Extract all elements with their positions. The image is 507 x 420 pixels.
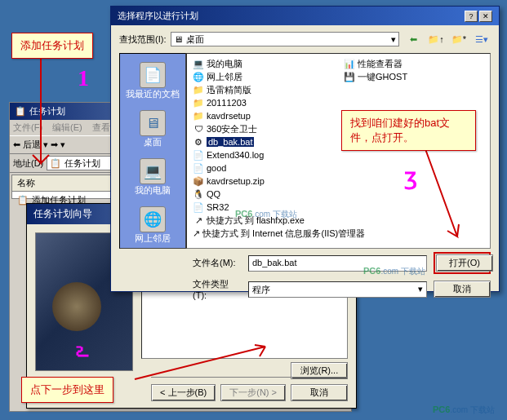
file-name: db_bak.bat [207, 137, 254, 147]
file-name: QQ [207, 189, 220, 199]
close-button[interactable]: ✕ [479, 11, 492, 22]
file-item[interactable]: 📁迅雷精简版 [190, 83, 341, 96]
calendar-icon: 📋 [50, 158, 61, 169]
file-name: 网上邻居 [207, 71, 242, 83]
wizard-cancel-button[interactable]: 取消 [291, 384, 348, 401]
file-icon: 💻 [193, 58, 204, 69]
computer-icon: 💻 [140, 158, 166, 184]
place-mycomputer[interactable]: 💻我的电脑 [122, 155, 184, 200]
file-item[interactable]: 📄good [190, 161, 341, 175]
open-button-highlight: 打开(O) [434, 252, 491, 274]
chevron-down-icon: ▾ [418, 284, 423, 295]
file-item[interactable]: ↗快捷方式 到 Internet 信息服务(IIS)管理器 [190, 227, 341, 240]
file-icon: ⚙ [193, 136, 204, 148]
file-icon: 📄 [193, 149, 204, 161]
help-button[interactable]: ? [465, 11, 478, 22]
file-item[interactable]: 💾一键GHOST [341, 70, 491, 83]
recent-icon: 📄 [140, 62, 166, 88]
place-recent-label: 我最近的文档 [126, 88, 180, 100]
annotation-add-task: 添加任务计划 [11, 33, 93, 59]
cancel-button[interactable]: 取消 [434, 281, 491, 298]
filetype-value: 程序 [252, 284, 270, 295]
file-icon: ↗ [193, 228, 200, 239]
menu-file[interactable]: 文件(F) [13, 122, 42, 134]
file-icon: 📁 [193, 84, 204, 95]
filename-label: 文件名(M): [193, 257, 242, 269]
annotation-next-step: 点下一步到这里 [21, 377, 113, 403]
file-icon: 📁 [193, 97, 204, 108]
place-network-label: 网上邻居 [135, 232, 171, 245]
file-icon: 📁 [193, 110, 204, 122]
file-name: good [207, 163, 226, 173]
file-icon: 📦 [193, 175, 204, 187]
place-network[interactable]: 🌐网上邻居 [122, 203, 184, 248]
file-item[interactable]: 🛡360安全卫士 [190, 122, 341, 135]
file-dialog-title: 选择程序以进行计划 [118, 10, 198, 22]
watermark: PC6.com 下载站 [235, 204, 297, 221]
file-icon: 🛡 [193, 123, 204, 135]
scribble-1: 1 [78, 65, 89, 91]
views-button[interactable]: ☰▾ [473, 30, 491, 48]
file-item[interactable]: 📁20111203 [190, 96, 341, 109]
network-icon: 🌐 [140, 206, 166, 232]
file-item[interactable]: 🐧QQ [190, 188, 341, 201]
address-label: 地址(D) [13, 157, 43, 170]
place-desktop-label: 桌面 [144, 136, 162, 148]
place-desktop[interactable]: 🖥桌面 [122, 107, 184, 152]
file-name: 快捷方式 到 Internet 信息服务(IIS)管理器 [202, 228, 365, 240]
place-recent[interactable]: 📄我最近的文档 [122, 59, 184, 104]
file-name: 我的电脑 [207, 58, 242, 70]
file-name: SR32 [207, 202, 229, 212]
wizard-next-button[interactable]: 下一步(N) > [220, 384, 286, 401]
file-name: Extend340.log [207, 150, 264, 160]
task-window-title: 任务计划 [29, 105, 65, 117]
file-item[interactable]: 📄Extend340.log [190, 148, 341, 161]
lookin-label: 查找范围(I): [119, 33, 166, 46]
filename-value: db_bak.bat [252, 258, 296, 267]
file-name: 一键GHOST [358, 71, 407, 83]
places-bar: 📄我最近的文档 🖥桌面 💻我的电脑 🌐网上邻居 [119, 53, 186, 249]
lookin-combo[interactable]: 🖥 桌面 ▾ [171, 32, 399, 46]
file-item[interactable]: 📊性能查看器 [341, 57, 491, 70]
file-item[interactable]: 🌐网上邻居 [190, 70, 341, 83]
file-name: kavdrsetup [207, 111, 251, 121]
file-name: 迅雷精简版 [207, 84, 251, 96]
filetype-label: 文件类型(T): [193, 278, 242, 300]
file-icon: 🌐 [193, 71, 204, 82]
file-item[interactable]: 💻我的电脑 [190, 57, 341, 70]
watermark: PC6.com 下载站 [363, 261, 425, 278]
lookin-value: 桌面 [186, 33, 204, 46]
file-item[interactable]: 📁kavdrsetup [190, 109, 341, 122]
watermark: PC6.com 下载站 [433, 400, 495, 417]
file-name: 性能查看器 [358, 58, 402, 70]
calendar-icon: 📋 [15, 106, 26, 117]
file-item[interactable]: 📦kavdrsetup.zip [190, 175, 341, 188]
chevron-down-icon: ▾ [391, 34, 396, 45]
file-item[interactable]: ⚙db_bak.bat [190, 135, 341, 148]
up-folder-button[interactable]: 📁↑ [427, 30, 445, 48]
file-icon: 💾 [344, 71, 355, 82]
place-mycomputer-label: 我的电脑 [135, 184, 171, 197]
desktop-icon: 🖥 [174, 34, 183, 44]
file-icon: ↗ [193, 214, 204, 226]
back-button[interactable]: ⬅ 后退 [13, 139, 41, 149]
desktop-icon: 🖥 [140, 110, 166, 136]
file-icon: 📄 [193, 201, 204, 213]
file-icon: 🐧 [193, 188, 204, 200]
file-name: 20111203 [207, 98, 247, 108]
filetype-combo[interactable]: 程序▾ [248, 281, 427, 298]
file-icon: 📄 [193, 162, 204, 174]
new-folder-button[interactable]: 📁* [450, 30, 468, 48]
file-dialog-titlebar[interactable]: 选择程序以进行计划 ? ✕ [111, 7, 499, 25]
wizard-back-button[interactable]: < 上一步(B) [151, 384, 216, 401]
file-icon: 📊 [344, 58, 355, 69]
file-name: kavdrsetup.zip [207, 176, 265, 186]
address-value: 任务计划 [64, 157, 100, 170]
menu-edit[interactable]: 编辑(E) [52, 122, 82, 134]
file-name: 360安全卫士 [207, 123, 257, 135]
annotation-find-bat: 找到咱们建好的bat文件，点打开。 [341, 110, 476, 151]
open-button[interactable]: 打开(O) [436, 254, 493, 272]
back-nav-button[interactable]: ⬅ [404, 30, 422, 48]
